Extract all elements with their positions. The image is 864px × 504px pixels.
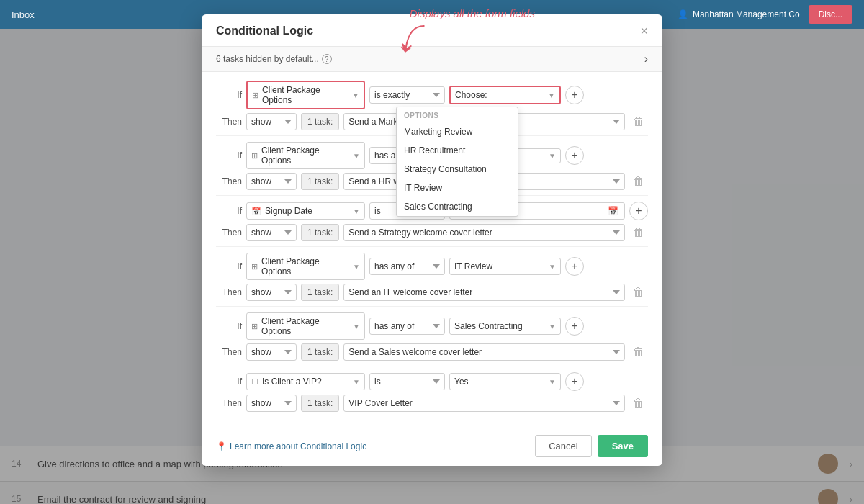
field-value-5: Client Package Options xyxy=(261,316,349,336)
rule-then-row-4: Then show 1 task: Send an IT welcome cov… xyxy=(216,283,648,302)
option-it-review[interactable]: IT Review xyxy=(397,179,518,197)
task-text-select-6[interactable]: VIP Cover Letter xyxy=(343,395,625,412)
field-value-2: Client Package Options xyxy=(261,145,349,166)
task-count-4: 1 task: xyxy=(301,284,339,301)
rule-then-row-3: Then show 1 task: Send a Strategy welcom… xyxy=(216,223,648,242)
delete-rule-3-button[interactable]: 🗑 xyxy=(629,223,648,242)
add-rule-4-button[interactable]: + xyxy=(565,257,584,276)
task-text-select-5[interactable]: Send a Sales welcome cover letter xyxy=(343,343,625,361)
field-arrow-1: ▼ xyxy=(352,91,359,99)
condition-select-4[interactable]: has any of xyxy=(369,258,445,275)
option-strategy-consultation[interactable]: Strategy Consultation xyxy=(397,160,518,179)
add-rule-2-button[interactable]: + xyxy=(565,146,584,165)
rule-group-5: If ⊞ Client Package Options ▼ has any of… xyxy=(216,312,648,361)
value-select-4[interactable]: IT Review ▼ xyxy=(449,258,561,275)
then-show-select-3[interactable]: show xyxy=(246,224,297,241)
modal-title: Conditional Logic xyxy=(216,24,313,37)
field-arrow-6: ▼ xyxy=(353,378,360,386)
cancel-button[interactable]: Cancel xyxy=(535,435,591,457)
hidden-tasks-bar: 6 tasks hidden by default... ? › xyxy=(202,47,662,72)
delete-rule-4-button[interactable]: 🗑 xyxy=(629,283,648,302)
value-text-6: Yes xyxy=(454,377,469,387)
rule-then-row-5: Then show 1 task: Send a Sales welcome c… xyxy=(216,343,648,361)
task-text-select-3[interactable]: Send a Strategy welcome cover letter xyxy=(343,224,625,241)
save-button[interactable]: Save xyxy=(598,435,648,457)
field-select-1[interactable]: ⊞ Client Package Options ▼ xyxy=(246,81,365,109)
field-value-6: Is Client a VIP? xyxy=(262,377,322,387)
option-marketing-review[interactable]: Marketing Review xyxy=(397,122,518,141)
delete-rule-2-button[interactable]: 🗑 xyxy=(629,172,648,191)
if-label-4: If xyxy=(216,261,242,271)
value-arrow-2: ▼ xyxy=(549,152,556,160)
modal-close-button[interactable]: × xyxy=(640,24,648,37)
task-count-1: 1 task: xyxy=(301,113,339,130)
add-rule-1-button[interactable]: + xyxy=(565,86,584,104)
field-select-5[interactable]: ⊞ Client Package Options ▼ xyxy=(246,312,365,340)
rule-divider-3 xyxy=(216,246,648,247)
rule-group-6: If ☐ Is Client a VIP? ▼ is Yes ▼ + Then xyxy=(216,372,648,413)
value-select-6[interactable]: Yes ▼ xyxy=(449,373,561,390)
rule-then-row-6: Then show 1 task: VIP Cover Letter 🗑 xyxy=(216,394,648,413)
then-label-1: Then xyxy=(216,117,242,127)
company-icon: 👤 xyxy=(678,9,688,19)
value-text-4: IT Review xyxy=(454,261,492,271)
value-select-1[interactable]: Choose: ▼ xyxy=(449,86,561,104)
add-rule-6-button[interactable]: + xyxy=(565,372,584,391)
discard-button[interactable]: Disc... xyxy=(809,5,852,24)
then-show-select-5[interactable]: show xyxy=(246,343,297,361)
delete-rule-1-button[interactable]: 🗑 xyxy=(629,112,648,131)
then-show-select-1[interactable]: show xyxy=(246,113,297,130)
then-label-6: Then xyxy=(216,398,242,408)
delete-rule-6-button[interactable]: 🗑 xyxy=(629,394,648,413)
rule-divider-5 xyxy=(216,366,648,366)
then-show-select-2[interactable]: show xyxy=(246,173,297,190)
value-arrow-4: ▼ xyxy=(549,263,556,271)
condition-select-6[interactable]: is xyxy=(369,373,445,390)
task-count-3: 1 task: xyxy=(301,224,339,241)
task-count-2: 1 task: xyxy=(301,173,339,190)
delete-rule-5-button[interactable]: 🗑 xyxy=(629,343,648,361)
options-label: OPTIONS xyxy=(397,107,518,122)
add-rule-5-button[interactable]: + xyxy=(565,317,584,336)
rule-if-row-1: If ⊞ Client Package Options ▼ is exactly… xyxy=(216,81,648,109)
condition-select-5[interactable]: has any of xyxy=(369,318,445,335)
footer-buttons: Cancel Save xyxy=(535,435,648,457)
field-icon-1: ⊞ xyxy=(252,91,258,100)
task-count-6: 1 task: xyxy=(301,395,339,412)
nav-arrow-icon[interactable]: › xyxy=(644,53,648,66)
field-select-6[interactable]: ☐ Is Client a VIP? ▼ xyxy=(246,373,365,390)
field-select-2[interactable]: ⊞ Client Package Options ▼ xyxy=(246,142,365,169)
then-label-3: Then xyxy=(216,228,242,238)
field-icon-6: ☐ xyxy=(251,377,258,387)
option-hr-recruitment[interactable]: HR Recruitment xyxy=(397,141,518,160)
value-arrow-6: ▼ xyxy=(549,378,556,386)
field-icon-2: ⊞ xyxy=(251,151,258,161)
modal-footer: 📍 Learn more about Conditional Logic Can… xyxy=(202,426,662,466)
hidden-tasks-label: 6 tasks hidden by default... ? xyxy=(216,54,332,64)
help-icon[interactable]: ? xyxy=(322,54,332,64)
field-arrow-4: ▼ xyxy=(353,263,360,271)
field-icon-5: ⊞ xyxy=(251,322,258,331)
value-arrow-5: ▼ xyxy=(549,323,556,330)
then-label-4: Then xyxy=(216,287,242,297)
value-select-5[interactable]: Sales Contracting ▼ xyxy=(449,318,561,335)
learn-more-link[interactable]: 📍 Learn more about Conditional Logic xyxy=(216,441,366,451)
field-select-3[interactable]: 📅 Signup Date ▼ xyxy=(246,202,365,220)
field-select-4[interactable]: ⊞ Client Package Options ▼ xyxy=(246,253,365,280)
conditional-logic-modal: Displays all the form fields Conditional… xyxy=(202,14,662,466)
field-value-4: Client Package Options xyxy=(261,256,349,276)
field-value-3: Signup Date xyxy=(265,206,312,216)
learn-more-icon: 📍 xyxy=(216,441,227,451)
add-rule-3-button[interactable]: + xyxy=(629,202,648,220)
condition-select-1[interactable]: is exactly xyxy=(369,86,445,104)
rule-group-4: If ⊞ Client Package Options ▼ has any of… xyxy=(216,253,648,302)
then-show-select-4[interactable]: show xyxy=(246,284,297,301)
task-text-select-4[interactable]: Send an IT welcome cover letter xyxy=(343,284,625,301)
top-bar-right: 👤 Manhattan Management Co Disc... xyxy=(678,5,852,24)
then-show-select-6[interactable]: show xyxy=(246,395,297,412)
rule-if-row-6: If ☐ Is Client a VIP? ▼ is Yes ▼ + xyxy=(216,372,648,391)
company-label: 👤 Manhattan Management Co xyxy=(678,9,800,19)
options-dropdown: OPTIONS Marketing Review HR Recruitment … xyxy=(396,107,518,217)
option-sales-contracting[interactable]: Sales Contracting xyxy=(397,197,518,216)
field-value-1: Client Package Options xyxy=(262,85,348,105)
